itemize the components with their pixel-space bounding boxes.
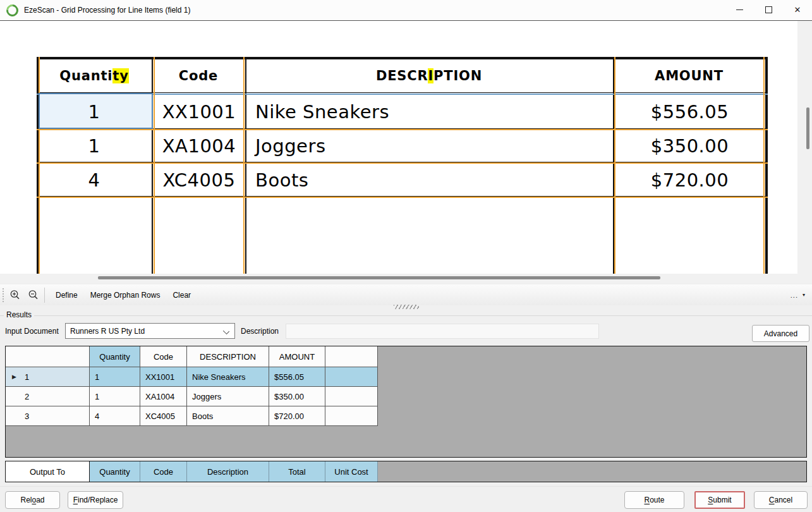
zoom-out-button[interactable] bbox=[25, 288, 40, 303]
grid-row-header[interactable]: ▶ 1 bbox=[6, 367, 90, 387]
grid-cell-empty[interactable] bbox=[325, 406, 378, 426]
doc-header-text: DESCR bbox=[376, 68, 428, 83]
description-label: Description bbox=[241, 327, 279, 336]
vertical-scrollbar-thumb[interactable] bbox=[806, 107, 809, 149]
maximize-button[interactable] bbox=[754, 0, 783, 20]
grid-row-header[interactable]: 3 bbox=[6, 406, 90, 426]
grid-header-amount[interactable]: AMOUNT bbox=[269, 346, 325, 367]
chevron-down-icon bbox=[223, 328, 229, 334]
button-accelerator: o bbox=[32, 496, 36, 504]
zoom-in-icon bbox=[9, 290, 20, 300]
doc-border bbox=[765, 57, 768, 274]
titlebar: EzeScan - Grid Processing for Line Items… bbox=[0, 0, 812, 21]
doc-header-highlight: I bbox=[428, 68, 433, 83]
grid-header-quantity[interactable]: Quantity bbox=[90, 346, 140, 367]
zoom-in-button[interactable] bbox=[7, 288, 22, 303]
doc-header-description: DESCRIPTION bbox=[245, 59, 613, 92]
doc-cell-amount: $350.00 bbox=[614, 130, 765, 162]
doc-header-highlight: ty bbox=[112, 68, 128, 83]
grid-cell-code[interactable]: XA1004 bbox=[140, 387, 187, 406]
toolbar-overflow[interactable]: ... ▾ bbox=[791, 284, 806, 305]
row-number: 3 bbox=[25, 411, 29, 421]
row-indicator-icon: ▶ bbox=[12, 374, 16, 380]
grid-header-row: Quantity Code DESCRIPTION AMOUNT bbox=[6, 346, 806, 367]
doc-cell-code: XX1001 bbox=[153, 95, 245, 128]
grid-cell-empty[interactable] bbox=[325, 387, 378, 406]
results-groupbox-line bbox=[0, 315, 812, 316]
doc-header-text: Code bbox=[179, 68, 218, 83]
minimize-button[interactable] bbox=[725, 0, 754, 20]
grid-header-code[interactable]: Code bbox=[140, 346, 187, 367]
doc-header-text: Quanti bbox=[59, 68, 112, 83]
zoom-out-icon bbox=[28, 290, 39, 300]
splitter-grip[interactable] bbox=[394, 305, 419, 309]
input-document-combobox[interactable]: Runners R US Pty Ltd bbox=[65, 323, 235, 339]
output-field-quantity[interactable]: Quantity bbox=[90, 461, 140, 482]
doc-cell-description: Joggers bbox=[246, 130, 622, 162]
cancel-button[interactable]: Cancel bbox=[754, 491, 808, 509]
scanned-document-table: Quantity Code DESCRIPTION AMOUNT 1 XX100… bbox=[37, 57, 768, 274]
horizontal-scrollbar[interactable] bbox=[0, 274, 797, 283]
description-field[interactable] bbox=[286, 324, 599, 339]
output-field-description[interactable]: Description bbox=[187, 461, 269, 482]
ellipsis-icon: ... bbox=[791, 291, 798, 299]
clear-menu-item[interactable]: Clear bbox=[166, 288, 197, 303]
grid-cell-amount[interactable]: $350.00 bbox=[269, 387, 325, 406]
document-viewer[interactable]: Quantity Code DESCRIPTION AMOUNT 1 XX100… bbox=[0, 21, 797, 274]
horizontal-scrollbar-thumb[interactable] bbox=[98, 276, 660, 279]
grid-cell-code[interactable]: XX1001 bbox=[140, 367, 187, 387]
output-field-unit-cost[interactable]: Unit Cost bbox=[325, 461, 378, 482]
grid-cell-description[interactable]: Nike Sneakers bbox=[187, 367, 269, 387]
advanced-button[interactable]: Advanced bbox=[752, 325, 809, 342]
doc-header-code: Code bbox=[152, 59, 245, 92]
grid-header-description[interactable]: DESCRIPTION bbox=[187, 346, 269, 367]
doc-cell-amount: $556.05 bbox=[614, 95, 765, 128]
button-label-part: Rel bbox=[20, 496, 32, 504]
button-label-part: ind/Replace bbox=[78, 496, 118, 504]
grid-row-2[interactable]: 2 1 XA1004 Joggers $350.00 bbox=[6, 387, 806, 406]
grid-cell-amount[interactable]: $720.00 bbox=[269, 406, 325, 426]
find-replace-button[interactable]: Find/Replace bbox=[68, 491, 123, 509]
ezescan-window: EzeScan - Grid Processing for Line Items… bbox=[0, 0, 812, 512]
grid-overlay-orange-line bbox=[37, 197, 768, 198]
define-menu-item[interactable]: Define bbox=[49, 288, 84, 303]
reload-button[interactable]: Reload bbox=[5, 491, 60, 509]
grid-cell-empty[interactable] bbox=[325, 367, 378, 387]
row-number: 2 bbox=[25, 392, 29, 401]
window-title: EzeScan - Grid Processing for Line Items… bbox=[24, 6, 190, 15]
ezescan-logo-icon bbox=[4, 2, 21, 19]
grid-toolbar: Define Merge Orphan Rows Clear ... ▾ bbox=[0, 284, 812, 305]
output-field-total[interactable]: Total bbox=[269, 461, 325, 482]
input-document-value: Runners R US Pty Ltd bbox=[70, 327, 145, 336]
bottom-divider bbox=[0, 486, 812, 487]
doc-cell-quantity: 1 bbox=[37, 130, 152, 162]
doc-cell-quantity: 4 bbox=[37, 164, 152, 196]
doc-cell-code: XC4005 bbox=[153, 164, 245, 196]
toolbar-grip[interactable] bbox=[3, 288, 4, 302]
close-button[interactable]: ✕ bbox=[783, 0, 812, 20]
button-label-part: oute bbox=[650, 496, 664, 504]
row-number: 1 bbox=[25, 372, 29, 382]
doc-cell-amount: $720.00 bbox=[614, 164, 765, 196]
doc-header-amount: AMOUNT bbox=[613, 59, 765, 92]
grid-cell-quantity[interactable]: 1 bbox=[90, 367, 140, 387]
grid-row-3[interactable]: 3 4 XC4005 Boots $720.00 bbox=[6, 406, 806, 426]
doc-header-text: AMOUNT bbox=[655, 68, 724, 83]
window-controls: ✕ bbox=[725, 0, 812, 20]
button-accelerator: C bbox=[769, 496, 775, 504]
route-button[interactable]: Route bbox=[624, 491, 684, 509]
grid-cell-quantity[interactable]: 4 bbox=[90, 406, 140, 426]
merge-orphan-rows-menu-item[interactable]: Merge Orphan Rows bbox=[84, 288, 167, 303]
output-to-row: Output To Quantity Code Description Tota… bbox=[5, 461, 807, 482]
submit-button[interactable]: Submit bbox=[694, 491, 745, 509]
grid-row-1[interactable]: ▶ 1 1 XX1001 Nike Sneakers $556.05 bbox=[6, 367, 806, 387]
grid-cell-description[interactable]: Boots bbox=[187, 406, 269, 426]
grid-cell-code[interactable]: XC4005 bbox=[140, 406, 187, 426]
vertical-scrollbar[interactable] bbox=[797, 21, 812, 283]
grid-cell-description[interactable]: Joggers bbox=[187, 387, 269, 406]
output-field-code[interactable]: Code bbox=[140, 461, 187, 482]
grid-row-header[interactable]: 2 bbox=[6, 387, 90, 406]
grid-cell-quantity[interactable]: 1 bbox=[90, 387, 140, 406]
chevron-down-icon: ▾ bbox=[803, 292, 806, 298]
grid-cell-amount[interactable]: $556.05 bbox=[269, 367, 325, 387]
